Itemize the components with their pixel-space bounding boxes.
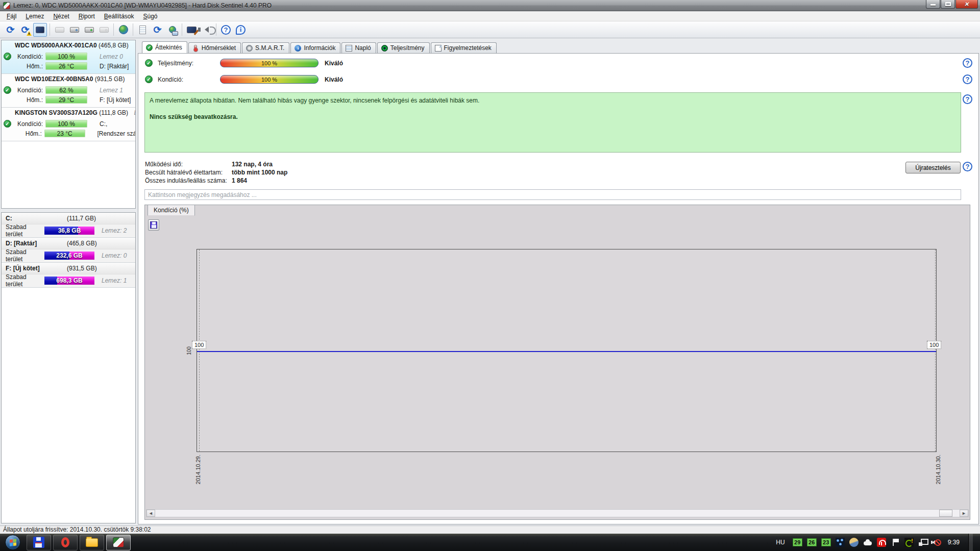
app-icon	[3, 2, 10, 9]
network-icon[interactable]	[918, 538, 927, 547]
taskbar-app-hdsentinel[interactable]	[106, 535, 131, 550]
tab-log[interactable]: Napló	[341, 42, 376, 53]
taskbar-app-opera[interactable]	[53, 535, 78, 550]
condition-bar: 100 %	[45, 53, 87, 60]
save-chart-button[interactable]	[148, 219, 159, 231]
volume-muted-icon[interactable]	[932, 538, 941, 547]
partition-entry-c[interactable]: C: (111,7 GB) Szabad terület 36,8 GB Lem…	[2, 213, 135, 238]
sound-icon[interactable]	[200, 23, 213, 37]
help-icon[interactable]: ?	[963, 94, 972, 104]
scroll-left-arrow[interactable]: ◄	[146, 510, 155, 517]
network-globe-icon[interactable]	[116, 23, 130, 37]
tab-overview[interactable]: ✓Áttekintés	[142, 41, 187, 53]
help-icon[interactable]: ?	[963, 74, 972, 84]
molecule-icon[interactable]	[836, 538, 845, 547]
tab-smart[interactable]: S.M.A.R.T.	[242, 42, 289, 53]
avira-icon[interactable]	[877, 538, 886, 547]
start-button[interactable]	[5, 535, 20, 550]
scroll-track[interactable]	[155, 510, 960, 517]
cloud-icon[interactable]	[863, 538, 872, 547]
gauge-icon	[381, 45, 388, 52]
status-bar: Állapot utoljára frissítve: 2014.10.30. …	[0, 525, 980, 534]
status-ok-icon: ✓	[4, 53, 11, 60]
disk-clock-icon[interactable]	[67, 23, 81, 37]
disk-details-icon[interactable]	[33, 23, 47, 37]
menu-settings[interactable]: Beállítások	[100, 11, 139, 21]
tray-temp-badge[interactable]: 23	[821, 538, 831, 546]
disk-entry-kingston[interactable]: KINGSTON SV300S37A120G (111,8 GB) Lem ✓ …	[2, 108, 135, 141]
floppy-app-icon	[33, 537, 44, 548]
disk-check-icon[interactable]	[82, 23, 96, 37]
tab-alerts[interactable]: Figyelmeztetések	[431, 42, 497, 53]
comment-input[interactable]	[144, 189, 961, 200]
refresh-icon[interactable]: ⟳	[4, 23, 17, 37]
scroll-right-arrow[interactable]: ►	[960, 510, 968, 517]
help-icon[interactable]: ?	[963, 58, 972, 68]
disk-number-label: Lem	[134, 109, 135, 116]
desktop: Lemez: 0, WDC WD5000AAKX-001CA0 [WD-WMAY…	[0, 0, 980, 551]
menu-help[interactable]: Súgó	[138, 11, 162, 21]
refresh-alert-icon[interactable]: ⟳	[18, 23, 32, 37]
window-title: Lemez: 0, WDC WD5000AAKX-001CA0 [WD-WMAY…	[13, 2, 272, 9]
toolbar-separator	[216, 23, 216, 36]
sphere-icon[interactable]	[849, 538, 859, 547]
language-indicator[interactable]: HU	[776, 539, 785, 546]
temperature-label: Hőm.:	[12, 63, 43, 70]
tab-performance[interactable]: Teljesítmény	[377, 42, 430, 53]
health-status-box: A merevlemez állapota hibátlan. Nem talá…	[144, 92, 961, 153]
check-icon: ✓	[146, 44, 153, 51]
taskbar-clock[interactable]: 9:39	[948, 539, 960, 546]
disk-entry-wd5000[interactable]: WDC WD5000AAKX-001CA0 (465,8 GB) ✓ Kondí…	[2, 40, 135, 74]
status-ok-icon: ✓	[145, 76, 153, 83]
tray-temp-badge[interactable]: 26	[807, 538, 817, 546]
menu-file[interactable]: Fájl	[2, 11, 21, 21]
partition-entry-d[interactable]: D: [Raktár] (465,8 GB) Szabad terület 23…	[2, 238, 135, 263]
temperature-bar: 23 °C	[44, 130, 85, 137]
toolbar-separator	[50, 23, 50, 36]
performance-row: ✓ Teljesítmény: 100 % Kiváló	[145, 59, 343, 67]
maximize-button[interactable]	[941, 0, 955, 9]
show-desktop-button[interactable]	[968, 534, 973, 551]
disk-number-label: Lemez 1	[100, 87, 123, 94]
chart-tab-condition[interactable]: Kondíció (%)	[148, 205, 195, 216]
menu-disk[interactable]: Lemez	[21, 11, 48, 21]
performance-label: Teljesítmény:	[158, 60, 220, 67]
menu-view[interactable]: Nézet	[48, 11, 74, 21]
info-icon[interactable]: i	[234, 23, 248, 37]
gridline	[935, 249, 936, 452]
disk-search-icon[interactable]	[97, 23, 111, 37]
scroll-thumb[interactable]	[939, 510, 952, 517]
disk-entry-wd10ezex[interactable]: WDC WD10EZEX-00BN5A0 (931,5 GB) ✓ Kondíc…	[2, 74, 135, 108]
condition-chart-plot: 100 100 100 2014.10.29. 2014.10.30.	[197, 249, 937, 452]
condition-chart-panel: Kondíció (%) 100 100 100 2014.10.29. 201…	[144, 205, 970, 520]
action-center-flag-icon[interactable]	[891, 538, 900, 547]
tab-temperature[interactable]: Hőmérséklet	[188, 42, 241, 53]
gridline	[199, 249, 200, 452]
partition-entry-f[interactable]: F: [Új kötet] (931,5 GB) Szabad terület …	[2, 263, 135, 288]
tray-temp-badge[interactable]: 29	[793, 538, 802, 546]
report-icon[interactable]	[136, 23, 150, 37]
chart-horizontal-scrollbar[interactable]: ◄ ►	[146, 509, 969, 517]
help-icon[interactable]: ?	[963, 162, 972, 171]
tab-bar: ✓Áttekintés Hőmérséklet S.M.A.R.T. iInfo…	[142, 41, 498, 53]
partition-name: D: [Raktár]	[6, 240, 37, 247]
retest-button[interactable]: Újratesztelés	[905, 162, 961, 173]
nvidia-icon[interactable]	[904, 538, 914, 547]
report-sync-icon[interactable]: ⟳	[151, 23, 164, 37]
volume-label: D: [Raktár]	[100, 63, 129, 70]
minimize-button[interactable]	[926, 0, 940, 9]
help-icon[interactable]: ?	[219, 23, 233, 37]
monitor-edit-icon[interactable]	[185, 23, 199, 37]
health-status-text: A merevlemez állapota hibátlan. Nem talá…	[150, 96, 956, 105]
free-space-bar: 698,3 GB	[44, 277, 94, 285]
performance-bar: 100 %	[220, 59, 318, 67]
system-tray: HU 29 26 23 9:39	[776, 534, 980, 551]
taskbar-app-explorer[interactable]	[80, 535, 104, 550]
remote-network-icon[interactable]	[165, 23, 179, 37]
taskbar-app-floppy[interactable]	[27, 535, 51, 550]
menu-report[interactable]: Riport	[74, 11, 100, 21]
tab-information[interactable]: iInformációk	[290, 42, 340, 53]
close-button[interactable]: ✕	[955, 0, 978, 9]
status-ok-icon: ✓	[4, 120, 11, 128]
disk-group-icon[interactable]	[53, 23, 66, 37]
